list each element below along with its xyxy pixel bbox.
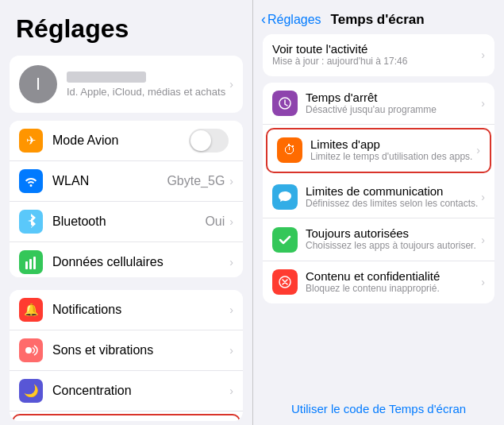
limites-app-chevron: › <box>476 144 480 156</box>
donnees-icon <box>19 250 43 274</box>
settings-item-temps-ecran[interactable]: ⏱ Temps d'écran › <box>12 414 240 421</box>
settings-item-mode-avion[interactable]: ✈ Mode Avion <box>10 121 243 161</box>
limites-comm-subtitle: Définissez des limites selon les contact… <box>306 198 481 211</box>
bluetooth-icon <box>19 210 43 234</box>
notifications-label: Notifications <box>52 303 121 317</box>
contenu-icon <box>272 269 298 295</box>
footer-link[interactable]: Utiliser le code de Temps d'écran <box>266 402 491 415</box>
contenu-title: Contenu et confidentialité <box>306 269 481 283</box>
limites-comm-chevron: › <box>481 191 485 203</box>
right-item-temps-arret[interactable]: Temps d'arrêt Désactivé jusqu'au program… <box>263 83 494 126</box>
activity-subtitle: Mise à jour : aujourd'hui à 17:46 <box>272 56 481 68</box>
back-chevron-icon: ‹ <box>261 11 266 28</box>
right-panel: ‹ Réglages Temps d'écran Voir toute l'ac… <box>252 0 504 425</box>
svg-point-3 <box>25 347 32 354</box>
left-panel: Réglages I Id. Apple, iCloud, médias et … <box>0 0 252 425</box>
activity-title: Voir toute l'activité <box>272 42 481 56</box>
mode-avion-icon: ✈ <box>19 129 43 153</box>
limites-comm-icon <box>272 184 298 210</box>
concentration-icon: 🌙 <box>19 379 43 403</box>
temps-arret-icon <box>272 91 298 116</box>
profile-item[interactable]: I Id. Apple, iCloud, médias et achats › <box>10 56 243 113</box>
temps-arret-title: Temps d'arrêt <box>306 91 481 104</box>
sons-label: Sons et vibrations <box>52 343 153 357</box>
sons-icon <box>19 338 43 362</box>
right-footer: Utiliser le code de Temps d'écran <box>253 392 504 425</box>
page-title: Réglages <box>0 0 252 52</box>
notifications-chevron: › <box>229 303 233 316</box>
profile-chevron: › <box>229 78 233 91</box>
wlan-label: WLAN <box>52 174 167 188</box>
toujours-icon <box>272 227 298 253</box>
right-content: Voir toute l'activité Mise à jour : aujo… <box>253 34 504 392</box>
settings-group-system: 🔔 Notifications › Sons et vibrations › 🌙 <box>10 290 243 421</box>
notifications-icon: 🔔 <box>19 298 43 322</box>
settings-item-notifications[interactable]: 🔔 Notifications › <box>10 290 243 330</box>
temps-ecran-items-group: Temps d'arrêt Désactivé jusqu'au program… <box>263 83 494 303</box>
profile-name-bar <box>67 71 146 83</box>
toujours-title: Toujours autorisées <box>306 226 481 240</box>
settings-group-connectivity: ✈ Mode Avion WLAN Gbyte_5G › <box>10 121 243 277</box>
profile-subtitle: Id. Apple, iCloud, médias et achats <box>67 86 229 98</box>
bluetooth-label: Bluetooth <box>52 214 205 229</box>
activity-chevron: › <box>481 48 485 61</box>
right-item-toujours[interactable]: Toujours autorisées Choisissez les apps … <box>263 218 494 261</box>
temps-arret-subtitle: Désactivé jusqu'au programme <box>306 104 481 117</box>
mode-avion-label: Mode Avion <box>52 133 189 148</box>
bluetooth-chevron: › <box>229 215 233 228</box>
avatar: I <box>19 65 57 103</box>
settings-item-bluetooth[interactable]: Bluetooth Oui › <box>10 202 243 242</box>
profile-info: Id. Apple, iCloud, médias et achats <box>67 71 229 98</box>
svg-rect-2 <box>33 257 36 269</box>
limites-comm-title: Limites de communication <box>306 184 481 198</box>
settings-item-wlan[interactable]: WLAN Gbyte_5G › <box>10 161 243 202</box>
back-button[interactable]: ‹ Réglages <box>261 11 321 28</box>
activity-item[interactable]: Voir toute l'activité Mise à jour : aujo… <box>263 34 494 76</box>
right-title: Temps d'écran <box>331 12 425 28</box>
donnees-label: Données cellulaires <box>52 255 229 269</box>
temps-arret-chevron: › <box>481 97 485 110</box>
settings-item-sons[interactable]: Sons et vibrations › <box>10 330 243 371</box>
settings-item-donnees[interactable]: Données cellulaires › <box>10 242 243 277</box>
toujours-chevron: › <box>481 234 485 246</box>
contenu-chevron: › <box>481 276 485 288</box>
sons-chevron: › <box>229 344 233 357</box>
limites-app-icon: ⏱ <box>277 137 302 163</box>
right-item-limites-comm[interactable]: Limites de communication Définissez des … <box>263 176 494 219</box>
wlan-chevron: › <box>229 175 233 187</box>
wlan-icon <box>19 169 43 193</box>
svg-rect-1 <box>29 259 32 269</box>
contenu-subtitle: Bloquez le contenu inapproprié. <box>306 283 481 296</box>
settings-item-concentration[interactable]: 🌙 Concentration › <box>10 371 243 411</box>
activity-group: Voir toute l'activité Mise à jour : aujo… <box>263 34 494 76</box>
mode-avion-toggle[interactable] <box>189 129 229 153</box>
concentration-label: Concentration <box>52 384 132 398</box>
limites-app-subtitle: Limitez le temps d'utilisation des apps. <box>310 151 476 164</box>
concentration-chevron: › <box>229 384 233 397</box>
bluetooth-value: Oui <box>205 214 225 229</box>
svg-rect-0 <box>25 261 28 269</box>
right-header: ‹ Réglages Temps d'écran <box>253 0 504 34</box>
right-item-limites-app[interactable]: ⏱ Limites d'app Limitez le temps d'utili… <box>266 128 491 173</box>
donnees-chevron: › <box>229 256 233 269</box>
limites-app-title: Limites d'app <box>310 137 476 151</box>
wlan-value: Gbyte_5G <box>167 174 225 188</box>
toujours-subtitle: Choisissez les apps à toujours autoriser… <box>306 240 481 253</box>
right-item-contenu[interactable]: Contenu et confidentialité Bloquez le co… <box>263 261 494 303</box>
back-label: Réglages <box>267 13 321 27</box>
